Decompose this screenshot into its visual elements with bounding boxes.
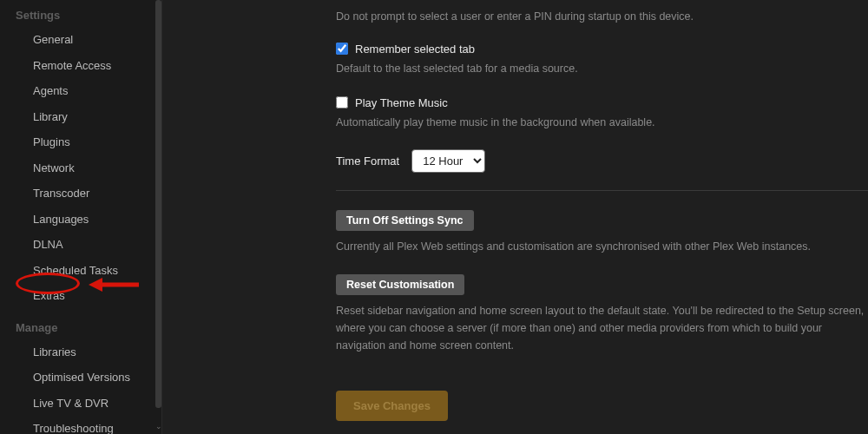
sidebar: Settings General Remote Access Agents Li…	[0, 0, 162, 434]
save-changes-button[interactable]: Save Changes	[336, 391, 448, 421]
remember-tab-description: Default to the last selected tab for a m…	[336, 61, 868, 77]
sidebar-item-libraries[interactable]: Libraries	[0, 339, 161, 365]
theme-music-description: Automatically play theme music in the ba…	[336, 115, 868, 131]
sidebar-item-library[interactable]: Library	[0, 104, 161, 130]
chevron-down-icon[interactable]: ⌄	[155, 422, 161, 431]
sidebar-item-transcoder[interactable]: Transcoder	[0, 181, 161, 207]
scrollbar-thumb[interactable]	[155, 0, 161, 408]
sidebar-item-general[interactable]: General	[0, 27, 161, 53]
time-format-select[interactable]: 12 Hour	[411, 149, 485, 173]
sidebar-item-scheduled-tasks[interactable]: Scheduled Tasks	[0, 258, 161, 284]
theme-music-label: Play Theme Music	[355, 96, 448, 109]
sidebar-item-extras[interactable]: Extras	[0, 283, 161, 309]
theme-music-row[interactable]: Play Theme Music	[336, 96, 868, 109]
divider	[336, 190, 868, 191]
sidebar-item-languages[interactable]: Languages	[0, 207, 161, 233]
turn-off-sync-button[interactable]: Turn Off Settings Sync	[336, 210, 474, 231]
main-content: Do not prompt to select a user or enter …	[162, 0, 868, 434]
sidebar-item-live-tv-dvr[interactable]: Live TV & DVR	[0, 391, 161, 417]
sidebar-section-manage: Manage	[0, 318, 161, 339]
sidebar-item-optimised-versions[interactable]: Optimised Versions	[0, 365, 161, 391]
sidebar-item-network[interactable]: Network	[0, 155, 161, 181]
pin-description: Do not prompt to select a user or enter …	[336, 9, 868, 25]
time-format-label: Time Format	[336, 155, 399, 168]
sidebar-item-plugins[interactable]: Plugins	[0, 129, 161, 155]
remember-tab-row[interactable]: Remember selected tab	[336, 43, 868, 56]
remember-tab-checkbox[interactable]	[336, 43, 348, 55]
sidebar-item-troubleshooting[interactable]: Troubleshooting	[0, 416, 161, 434]
theme-music-checkbox[interactable]	[336, 96, 348, 108]
sync-description: Currently all Plex Web settings and cust…	[336, 238, 868, 255]
sidebar-item-dlna[interactable]: DLNA	[0, 232, 161, 258]
scrollbar-track[interactable]: ⌄	[155, 0, 161, 434]
sidebar-section-settings: Settings	[0, 5, 161, 27]
sidebar-item-agents[interactable]: Agents	[0, 78, 161, 104]
reset-customisation-button[interactable]: Reset Customisation	[336, 274, 464, 295]
sidebar-item-remote-access[interactable]: Remote Access	[0, 53, 161, 79]
reset-description: Reset sidebar navigation and home screen…	[336, 302, 868, 354]
remember-tab-label: Remember selected tab	[355, 43, 475, 56]
